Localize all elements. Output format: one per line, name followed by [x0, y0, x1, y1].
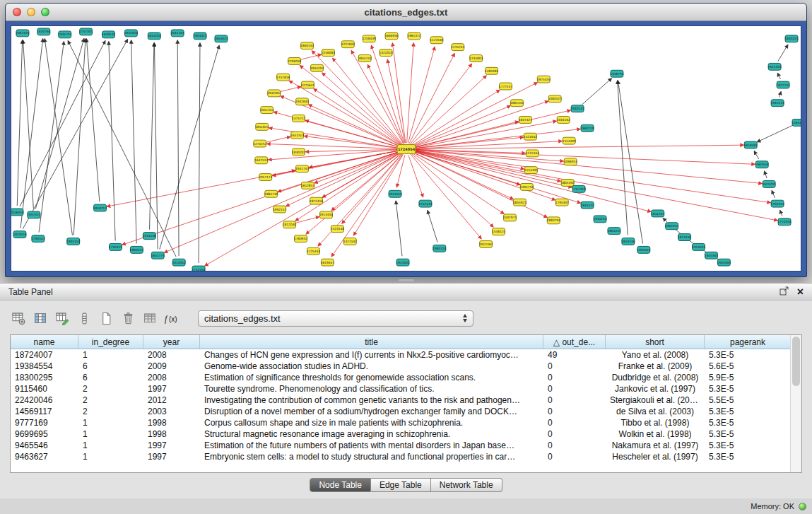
table-row[interactable]: 1830029562008Estimation of significance …	[11, 372, 791, 383]
graph-node[interactable]: 1322013	[379, 49, 393, 57]
table-row[interactable]: 2242004622012Investigating the contribut…	[11, 395, 791, 406]
graph-node[interactable]: 1905153	[66, 238, 80, 245]
create-column-icon[interactable]	[98, 310, 114, 327]
graph-node[interactable]: 1016162	[557, 117, 570, 124]
graph-node[interactable]: 1924503	[692, 243, 705, 250]
graph-node[interactable]: 1745803	[469, 55, 483, 62]
graph-node[interactable]: 1215164	[526, 150, 539, 157]
graph-node[interactable]: 1521642	[524, 133, 537, 140]
graph-node[interactable]: 1495758	[520, 183, 534, 190]
graph-node[interactable]: 1752301	[79, 28, 93, 35]
graph-node[interactable]: 1475712	[292, 115, 305, 122]
graph-node[interactable]: 1841204	[148, 33, 161, 40]
graph-node[interactable]: 2026050	[11, 209, 24, 216]
graph-node[interactable]: 1934505	[717, 259, 731, 266]
float-panel-icon[interactable]	[779, 286, 789, 298]
graph-node[interactable]: 1123540	[430, 37, 443, 44]
graph-node[interactable]: 1619447	[321, 259, 334, 266]
table-row[interactable]: 1456911722003Disruption of a novel membe…	[11, 406, 791, 417]
network-window-titlebar[interactable]: citations_edges.txt	[6, 4, 806, 21]
column-header-short[interactable]: short	[606, 335, 705, 349]
pane-split-handle[interactable]	[0, 277, 812, 283]
graph-node[interactable]: 1770354	[778, 218, 792, 226]
graph-node[interactable]: 1940531	[571, 105, 584, 112]
graph-node[interactable]: 1872416	[310, 197, 323, 204]
tab-network-table[interactable]: Network Table	[431, 478, 502, 492]
tab-node-table[interactable]: Node Table	[310, 478, 371, 492]
table-row[interactable]: 969969511998Structural magnetic resonanc…	[11, 428, 791, 440]
column-header-pagerank[interactable]: pagerank	[705, 335, 791, 349]
graph-node[interactable]: 1854921	[513, 199, 526, 206]
function-builder-icon[interactable]: f(x)	[163, 310, 180, 327]
graph-node[interactable]: 1221833	[341, 41, 355, 48]
graph-node[interactable]: 1913454	[319, 211, 333, 218]
graph-node[interactable]: 1845301	[705, 252, 718, 259]
table-row[interactable]: 946554611997Estimation of the future num…	[11, 440, 791, 451]
graph-node[interactable]: 1850217	[93, 204, 107, 211]
graph-node[interactable]: 2206058	[288, 57, 301, 64]
graph-node[interactable]: 1421532	[343, 238, 357, 245]
edit-columns-icon[interactable]	[54, 310, 71, 327]
graph-node[interactable]: 1523148	[331, 226, 344, 233]
graph-node[interactable]: 1805492	[561, 179, 575, 186]
graph-node[interactable]: 1275641	[301, 81, 314, 88]
table-vertical-scrollbar[interactable]	[790, 335, 801, 472]
graph-node[interactable]: 1485083	[485, 67, 498, 74]
column-header-title[interactable]: title	[200, 335, 543, 349]
graph-node[interactable]: 1962035	[665, 223, 678, 230]
graph-node[interactable]: 1777147	[499, 83, 512, 90]
table-row[interactable]: 946362711997Embryonic stem cells: a mode…	[11, 451, 791, 462]
graph-node[interactable]: 1942631	[295, 98, 309, 105]
delete-column-icon[interactable]	[119, 310, 136, 327]
graph-node[interactable]: 1957321	[27, 211, 40, 218]
graph-node[interactable]: 1854743	[358, 55, 372, 62]
graph-node[interactable]: 1757816	[276, 74, 290, 81]
graph-hub-node[interactable]: 1724054	[397, 145, 416, 154]
graph-node[interactable]: 1914545	[389, 190, 402, 197]
graph-node[interactable]: 1948794	[610, 70, 623, 77]
graph-node[interactable]: 2057173	[259, 174, 272, 181]
graph-node[interactable]: 1945213	[771, 100, 784, 107]
graph-node[interactable]: 1647512	[254, 157, 268, 164]
table-row[interactable]: 1938455462009Genome-wide association stu…	[11, 361, 791, 372]
graph-node[interactable]: 1795307	[555, 199, 569, 206]
graph-node[interactable]: 1975434	[537, 76, 551, 83]
graph-node[interactable]: 1625201	[763, 180, 776, 187]
graph-node[interactable]: 1960222	[130, 246, 143, 253]
graph-node[interactable]: 1961372	[407, 33, 420, 40]
graph-node[interactable]: 1790543	[31, 235, 45, 243]
graph-node[interactable]: 1941747	[295, 165, 309, 173]
graph-node[interactable]: 1830764	[37, 28, 50, 35]
graph-node[interactable]: 1931246	[143, 233, 156, 240]
graph-node[interactable]: 1841775	[151, 252, 165, 259]
graph-node[interactable]: 1753104	[192, 266, 206, 271]
graph-node[interactable]: 1905414	[637, 246, 650, 253]
graph-node[interactable]: 1464100	[792, 119, 801, 126]
graph-node[interactable]: 1154491	[524, 167, 538, 174]
graph-node[interactable]: 1752433	[418, 200, 432, 207]
column-settings-icon[interactable]	[10, 310, 27, 327]
graph-node[interactable]: 1084527	[548, 95, 562, 103]
graph-node[interactable]: 1853104	[13, 231, 26, 238]
graph-node[interactable]: 1607427	[519, 117, 532, 124]
graph-node[interactable]: 1851841	[255, 123, 269, 130]
column-header-in-degree[interactable]: in_degree	[78, 335, 143, 349]
graph-node[interactable]: 1654023	[214, 35, 228, 42]
graph-node[interactable]: 1258439	[363, 35, 376, 42]
table-row[interactable]: 911546021997Tourette syndrome. Phenomeno…	[11, 383, 791, 395]
graph-node[interactable]: 1853246	[621, 238, 635, 245]
graph-node[interactable]: 2063105	[16, 30, 29, 37]
minimize-window-button[interactable]	[27, 8, 35, 16]
graph-node[interactable]: 1548124	[492, 228, 505, 235]
close-panel-icon[interactable]: ×	[797, 286, 804, 298]
graph-node[interactable]: 1942004	[267, 90, 281, 97]
import-table-icon[interactable]	[141, 310, 158, 327]
graph-node[interactable]: 1659581	[744, 141, 758, 148]
graph-node[interactable]: 1812040	[283, 221, 296, 228]
scrollbar-thumb[interactable]	[792, 337, 800, 386]
graph-node[interactable]: 1274252	[253, 140, 266, 147]
graph-node[interactable]: 1640532	[102, 31, 115, 38]
table-row[interactable]: 1872400712008Changes of HCN gene express…	[11, 349, 791, 361]
graph-node[interactable]: 1704351	[771, 200, 784, 207]
tab-edge-table[interactable]: Edge Table	[371, 478, 431, 492]
